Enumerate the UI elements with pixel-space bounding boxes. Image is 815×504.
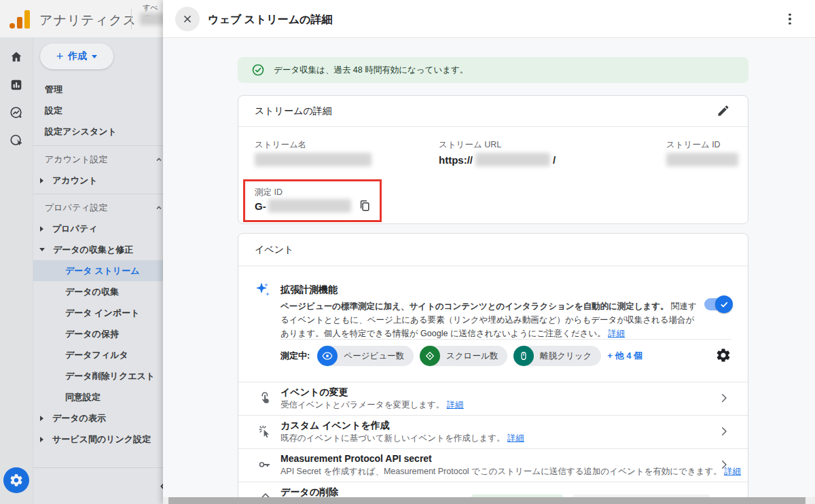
top-app-bar: アナリティクス すべて: [0, 0, 163, 38]
row-modify-events[interactable]: イベントの変更 受信イベントとパラメータを変更します。 詳細: [238, 382, 748, 415]
measurement-settings-gear-icon[interactable]: [715, 347, 731, 363]
chevron-up-icon: [156, 156, 162, 163]
app-title: アナリティクス: [39, 12, 137, 29]
measurement-id-value: G-: [255, 199, 372, 213]
sidebar-item-admin[interactable]: 管理: [33, 79, 164, 100]
sidebar-section-account-settings[interactable]: アカウント設定: [33, 149, 164, 170]
eye-icon: [317, 346, 338, 366]
enhanced-measurement-description: ページビューの標準測定に加え、サイトのコンテンツとのインタラクションを自動的に測…: [280, 300, 700, 340]
chevron-right-icon: [40, 437, 43, 442]
chip-outbound-clicks[interactable]: 離脱クリック: [513, 346, 601, 366]
chevron-right-icon: [40, 226, 43, 232]
enhanced-measurement-sparkle-icon: [255, 281, 272, 299]
edit-pencil-icon[interactable]: [717, 104, 731, 119]
measuring-row: 測定中: ページビュー数 スクロール数: [280, 346, 707, 366]
chevron-right-icon: [718, 392, 730, 404]
learn-more-link[interactable]: 詳細: [608, 329, 625, 338]
create-button[interactable]: + 作成: [40, 43, 113, 69]
admin-gear-icon[interactable]: [3, 467, 29, 493]
close-icon[interactable]: [175, 7, 200, 31]
toggle-thumb: [715, 295, 733, 313]
analytics-logo-icon: [10, 9, 33, 29]
scroll-icon: [420, 346, 440, 366]
data-collection-active-banner: データ収集は、過去 48 時間有効になっています。: [238, 57, 748, 83]
home-icon[interactable]: [9, 50, 24, 65]
sidebar-item-property[interactable]: プロパティ: [33, 218, 164, 239]
stream-name-value: [255, 153, 372, 166]
stream-id-label: ストリーム ID: [666, 139, 721, 151]
learn-more-link[interactable]: 詳細: [447, 400, 464, 410]
sidebar-divider: [33, 194, 164, 194]
key-icon: [257, 457, 274, 473]
divider: [280, 339, 731, 340]
explore-icon[interactable]: [9, 133, 24, 148]
stream-id-value: [666, 153, 738, 166]
stream-card-title: ストリームの詳細: [255, 105, 332, 118]
advertising-icon[interactable]: [9, 105, 24, 120]
sidebar-item-setup-assistant[interactable]: 設定アシスタント: [33, 121, 164, 142]
chip-page-views[interactable]: ページビュー数: [317, 346, 414, 366]
account-name-redacted[interactable]: [140, 13, 166, 25]
sidebar-item-data-streams[interactable]: データ ストリーム: [33, 260, 164, 281]
check-circle-icon: [251, 63, 265, 77]
sidebar-item-data-collection[interactable]: データの収集: [33, 281, 164, 302]
sidebar-item-account[interactable]: アカウント: [33, 170, 164, 191]
sidebar-item-data-filters[interactable]: データフィルタ: [33, 344, 164, 365]
admin-sidebar: + 作成 管理 設定 設定アシスタント アカウント設定 アカウント プロパティ設…: [33, 38, 163, 504]
stream-name-label: ストリーム名: [255, 139, 306, 151]
sidebar-item-data-display[interactable]: データの表示: [33, 408, 164, 429]
sidebar-item-product-links[interactable]: サービス間のリンク設定: [33, 429, 164, 450]
row-measurement-protocol-api-secret[interactable]: Measurement Protocol API secret API Secr…: [238, 448, 748, 482]
events-card-title: イベント: [255, 244, 293, 256]
sidebar-item-data-collection-modification[interactable]: データの収集と修正: [33, 239, 164, 260]
more-measurements-link[interactable]: + 他 4 個: [607, 350, 642, 362]
panel-title: ウェブ ストリームの詳細: [208, 13, 332, 27]
learn-more-link[interactable]: 詳細: [507, 433, 524, 443]
chevron-right-icon: [40, 178, 43, 183]
chevron-right-icon: [40, 416, 43, 421]
chevron-down-icon: [92, 55, 97, 58]
web-stream-details-panel: ウェブ ストリームの詳細 データ収集は、過去 48 時間有効になっています。 ス…: [163, 0, 815, 504]
touch-icon: [257, 391, 274, 407]
copy-icon[interactable]: [358, 199, 372, 213]
stream-details-card: ストリームの詳細 ストリーム名 ストリーム URL https:/// ストリー…: [238, 95, 748, 224]
horizontal-scrollbar-thumb[interactable]: [168, 497, 805, 504]
sidebar-item-data-retention[interactable]: データの保持: [33, 323, 164, 344]
measurement-id-label: 測定 ID: [255, 187, 283, 198]
stream-url-value: https:///: [439, 153, 556, 166]
events-card: イベント 拡張計測機能 ページビューの標準測定に加え、サイトのコンテンツとのイン…: [238, 233, 748, 504]
chevron-right-icon: [718, 458, 730, 471]
more-options-icon[interactable]: [784, 12, 796, 26]
chevron-right-icon: [718, 425, 730, 437]
sidebar-item-settings[interactable]: 設定: [33, 100, 164, 121]
chevron-down-icon: [39, 248, 45, 251]
sidebar-item-data-deletion-requests[interactable]: データ削除リクエスト: [33, 365, 164, 386]
reports-icon[interactable]: [9, 77, 24, 92]
measuring-label: 測定中:: [280, 350, 310, 362]
horizontal-scrollbar-track: [163, 497, 815, 504]
banner-text: データ収集は、過去 48 時間有効になっています。: [274, 65, 468, 76]
sidebar-section-property-settings[interactable]: プロパティ設定: [33, 197, 164, 218]
mouse-icon: [513, 346, 534, 366]
panel-header: ウェブ ストリームの詳細: [163, 0, 815, 38]
chip-scrolls[interactable]: スクロール数: [420, 346, 507, 366]
sidebar-divider: [33, 145, 164, 146]
stream-url-label: ストリーム URL: [439, 139, 501, 151]
header-divider: [131, 9, 132, 29]
cursor-sparkle-icon: [257, 424, 274, 440]
sidebar-item-consent-settings[interactable]: 同意設定: [33, 386, 164, 408]
sidebar-divider: [33, 467, 164, 468]
enhanced-measurement-title: 拡張計測機能: [280, 284, 338, 296]
create-button-label: 作成: [68, 50, 87, 62]
enhanced-measurement-toggle[interactable]: [704, 298, 731, 310]
chevron-up-icon: [156, 204, 162, 211]
plus-icon: +: [56, 50, 64, 62]
row-create-custom-events[interactable]: カスタム イベントを作成 既存のイベントに基づいて新しいイベントを作成します。 …: [238, 415, 748, 448]
sidebar-item-data-import[interactable]: データ インポート: [33, 302, 164, 323]
